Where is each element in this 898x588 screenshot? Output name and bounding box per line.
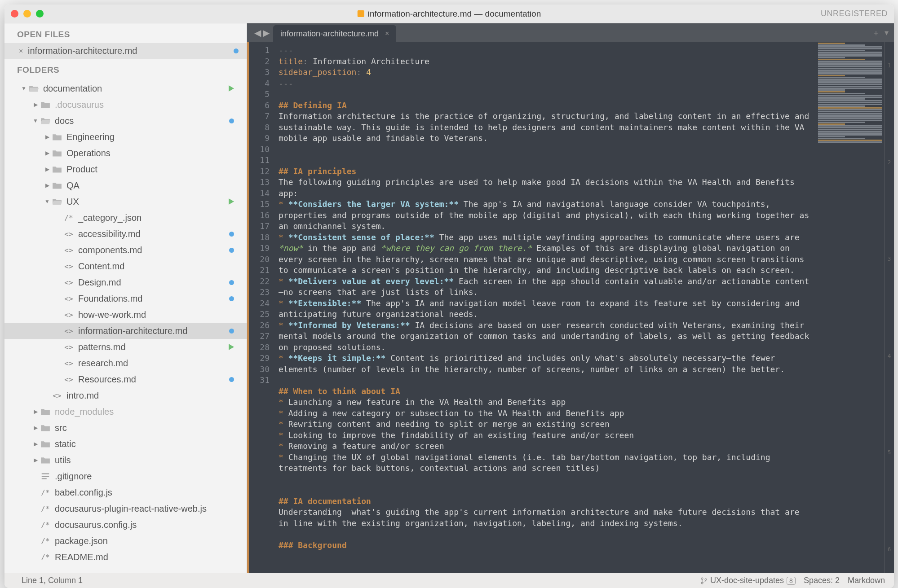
tree-file[interactable]: /*docusaurus.config.js [4,517,247,533]
tab-close-icon[interactable]: × [385,30,389,38]
tree-folder[interactable]: ▶Product [4,161,247,177]
disclosure-icon[interactable]: ▶ [32,441,39,447]
line-number[interactable]: 6 [249,100,270,111]
minimap[interactable] [816,42,883,222]
code-line[interactable]: ## IA documentation [279,496,889,507]
line-number[interactable]: 1 [249,45,270,56]
code-line[interactable]: title: Information Architecture [279,56,889,67]
tree-file[interactable]: <>information-architecture.md [4,323,247,339]
disclosure-icon[interactable]: ▶ [44,166,50,172]
open-file-item[interactable]: × information-architecture.md [4,43,247,59]
code-line[interactable]: * Launching a new feature in the VA Heal… [279,397,889,408]
line-number[interactable]: 30 [249,364,270,375]
code-line[interactable] [279,375,889,386]
nav-back-icon[interactable]: ◀ [254,27,261,38]
code-line[interactable] [279,144,889,155]
line-number[interactable]: 10 [249,144,270,155]
tree-file[interactable]: .gitignore [4,468,247,484]
tree-folder[interactable]: ▶.docusaurus [4,97,247,113]
line-number[interactable]: 29 [249,353,270,364]
line-number[interactable]: 15 [249,199,270,210]
tree-folder[interactable]: ▼documentation [4,80,247,97]
tree-file[interactable]: <>Design.md [4,274,247,290]
syntax-setting[interactable]: Markdown [848,576,885,585]
line-number[interactable]: 9 [249,133,270,144]
code-line[interactable]: * Changing the UX of global navigational… [279,452,889,474]
code-line[interactable]: * **Consistent sense of place:** The app… [279,232,889,276]
code-line[interactable] [279,474,889,485]
disclosure-icon[interactable]: ▶ [32,408,39,415]
tree-file[interactable]: /*README.md [4,549,247,565]
tree-folder[interactable]: ▼docs [4,113,247,129]
code-line[interactable]: The following guiding principles are use… [279,177,889,199]
line-number[interactable]: 7 [249,111,270,122]
code-line[interactable]: * **Delivers value at every level:** Eac… [279,276,889,298]
disclosure-icon[interactable]: ▶ [32,457,39,463]
tree-file[interactable]: /*_category_.json [4,210,247,226]
tree-folder[interactable]: ▶static [4,436,247,452]
disclosure-icon[interactable]: ▶ [44,134,50,140]
line-number[interactable]: 2 [249,56,270,67]
tree-file[interactable]: /*docusaurus-plugin-react-native-web.js [4,500,247,517]
nav-forward-icon[interactable]: ▶ [263,27,270,38]
line-number[interactable]: 24 [249,298,270,309]
line-number[interactable]: 25 [249,309,270,320]
tree-file[interactable]: /*package.json [4,533,247,549]
tree-folder[interactable]: ▶Engineering [4,129,247,145]
code-line[interactable]: ## When to think about IA [279,386,889,397]
tab-active[interactable]: information-architecture.md × [273,25,396,42]
code-line[interactable] [279,485,889,496]
window-close-button[interactable] [11,10,18,18]
close-icon[interactable]: × [19,47,25,55]
line-number[interactable]: 13 [249,177,270,188]
code-line[interactable]: * **Extensible:** The app's IA and navig… [279,298,889,320]
tree-folder[interactable]: ▶src [4,420,247,436]
code-line[interactable]: --- [279,45,889,56]
tree-folder[interactable]: ▼UX [4,193,247,210]
line-number[interactable]: 31 [249,375,270,386]
disclosure-icon[interactable]: ▶ [32,101,39,108]
cursor-position[interactable]: Line 1, Column 1 [22,576,83,585]
tree-folder[interactable]: ▶Operations [4,145,247,161]
code-line[interactable]: Understanding what's guiding the app's c… [279,507,889,529]
line-number[interactable]: 27 [249,331,270,342]
line-number[interactable]: 4 [249,78,270,89]
tree-folder[interactable]: ▶utils [4,452,247,468]
code-line[interactable] [279,529,889,540]
new-tab-icon[interactable]: ＋ [872,27,880,38]
tree-file[interactable]: <>Foundations.md [4,290,247,307]
disclosure-icon[interactable]: ▼ [21,85,27,92]
line-number[interactable]: 20 [249,254,270,265]
code-line[interactable]: * **Considers the larger VA system:** Th… [279,199,889,232]
code-line[interactable]: --- [279,78,889,89]
line-number[interactable]: 8 [249,122,270,133]
code-line[interactable]: * **Informed by Veterans:** IA decisions… [279,320,889,353]
code-line[interactable]: sidebar_position: 4 [279,67,889,78]
disclosure-icon[interactable]: ▼ [44,198,50,205]
titlebar[interactable]: information-architecture.md — documentat… [4,4,894,23]
code-view[interactable]: 1234567891011121314151617181920212223242… [247,42,894,573]
tree-file[interactable]: <>how-we-work.md [4,307,247,323]
tab-menu-icon[interactable]: ▾ [885,28,889,38]
line-number[interactable]: 18 [249,232,270,243]
line-number[interactable]: 26 [249,320,270,331]
line-number[interactable]: 3 [249,67,270,78]
code-line[interactable]: * Looking to improve the findability of … [279,430,889,441]
tree-folder[interactable]: ▶node_modules [4,404,247,420]
code-line[interactable]: * Adding a new category or subsection to… [279,408,889,419]
code-line[interactable]: ## IA principles [279,166,889,177]
tree-file[interactable]: <>Resources.md [4,371,247,387]
tree-file[interactable]: <>patterns.md [4,339,247,355]
tree-file[interactable]: <>intro.md [4,387,247,404]
tree-file[interactable]: <>accessibility.md [4,226,247,242]
line-number[interactable]: 23 [249,287,270,298]
line-number[interactable]: 28 [249,342,270,353]
line-number[interactable]: 12 [249,166,270,177]
window-minimize-button[interactable] [23,10,31,18]
line-number[interactable]: 19 [249,243,270,254]
git-branch[interactable]: UX-doc-site-updates 8 [700,576,796,585]
tree-file[interactable]: <>Content.md [4,258,247,274]
disclosure-icon[interactable]: ▼ [32,118,39,124]
tree-folder[interactable]: ▶QA [4,177,247,193]
indent-setting[interactable]: Spaces: 2 [804,576,840,585]
